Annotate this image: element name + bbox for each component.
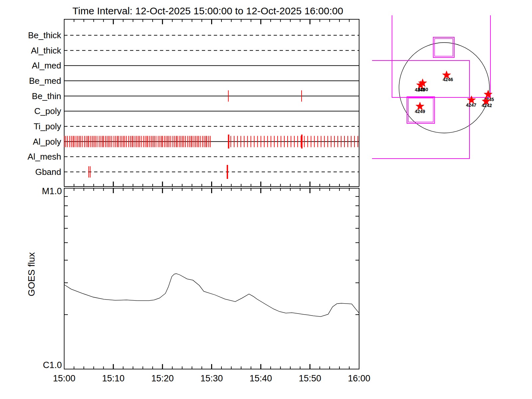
figure-title: Time Interval: 12-Oct-2025 15:00:00 to 1… [72, 5, 343, 16]
active-region-label-4248: 4248 [415, 87, 425, 92]
time-axis-label-1540: 15:40 [250, 373, 272, 383]
active-region-label-4246: 4246 [443, 77, 453, 82]
fov-large-upper [392, 0, 490, 97]
channel-label-Ti_poly: Ti_poly [34, 121, 61, 131]
active-region-label-4249: 4249 [415, 109, 425, 114]
timeline-panel-border [64, 19, 359, 187]
time-axis-label-1500: 15:00 [53, 373, 75, 383]
fov-small-north [433, 37, 454, 58]
active-region-label-4247: 4247 [466, 102, 476, 108]
fov-small-north-inner [435, 39, 453, 56]
time-axis-label-1510: 15:10 [102, 373, 125, 383]
channel-label-Gband: Gband [35, 167, 61, 177]
goes-ymax-label: M1.0 [42, 186, 62, 196]
time-axis-label-1550: 15:50 [299, 373, 321, 383]
goes-panel-border [64, 188, 359, 369]
channel-label-Al_poly: Al_poly [33, 137, 61, 147]
goes-flux-panel: 15:0015:1015:2015:3015:4015:5016:00 [53, 188, 370, 383]
filter-timeline-panel: Be_thickAl_thickAl_medBe_medBe_thinC_pol… [28, 19, 359, 187]
goes-axis-title: GOES flux [26, 252, 37, 296]
time-axis-label-1520: 15:20 [151, 373, 174, 383]
channel-label-Al_med: Al_med [32, 61, 61, 70]
active-region-label-4242: 4242 [481, 103, 492, 108]
channel-label-Be_med: Be_med [29, 76, 61, 86]
channel-label-Be_thick: Be_thick [28, 30, 62, 40]
channel-label-Al_mesh: Al_mesh [28, 152, 61, 162]
channel-label-C_poly: C_poly [34, 106, 61, 116]
channel-label-Be_thin: Be_thin [32, 91, 61, 101]
plot-page: Time Interval: 12-Oct-2025 15:00:00 to 1… [0, 0, 532, 399]
goes-ymin-label: C1.0 [43, 360, 62, 370]
observation-figure: Time Interval: 12-Oct-2025 15:00:00 to 1… [0, 0, 532, 399]
channel-label-Al_thick: Al_thick [31, 46, 62, 56]
solar-disk-labels: 4246425042484249424742454242 [415, 71, 494, 114]
time-axis-label-1530: 15:30 [200, 373, 223, 383]
goes-flux-curve [64, 274, 359, 317]
time-axis-label-1600: 16:00 [348, 373, 370, 383]
solar-disk-map [361, 0, 490, 159]
